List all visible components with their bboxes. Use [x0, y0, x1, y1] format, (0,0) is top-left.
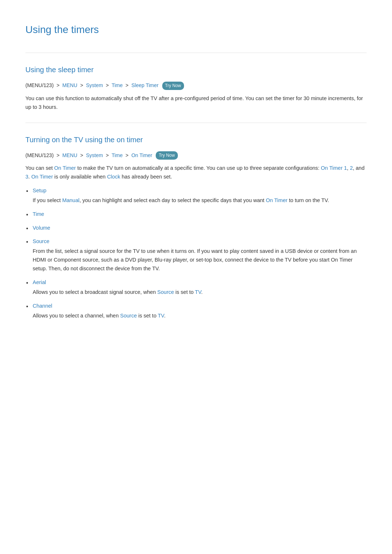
- page-title: Using the timers: [25, 22, 367, 42]
- nav1-time[interactable]: Time: [111, 82, 123, 88]
- divider-2: [25, 123, 367, 123]
- list-item-time: Time: [33, 210, 367, 218]
- intro-clock-link[interactable]: Clock: [107, 174, 120, 180]
- nav2-arrow2: >: [80, 152, 83, 158]
- nav1-part1: (MENU/123): [25, 82, 54, 88]
- section1-nav-path: (MENU/123) > MENU > System > Time > Slee…: [25, 81, 367, 90]
- list-item-volume: Volume: [33, 224, 367, 232]
- intro-on-timer-ref-link[interactable]: On Timer: [31, 174, 53, 180]
- intro-3-link[interactable]: 3: [25, 174, 28, 180]
- nav2-arrow3: >: [106, 152, 109, 158]
- nav1-menu[interactable]: MENU: [62, 82, 77, 88]
- nav2-part1: (MENU/123): [25, 152, 54, 158]
- bullet-desc-source: From the list, select a signal source fo…: [33, 247, 367, 273]
- list-item-source: Source From the list, select a signal so…: [33, 237, 367, 273]
- nav1-arrow1: >: [57, 82, 60, 88]
- setup-on-timer-link[interactable]: On Timer: [266, 197, 287, 203]
- setup-manual-link[interactable]: Manual: [62, 197, 79, 203]
- intro-on-timer-1-link[interactable]: On Timer 1: [321, 165, 347, 171]
- bullet-desc-channel: Allows you to select a channel, when Sou…: [33, 312, 367, 320]
- bullet-label-aerial[interactable]: Aerial: [33, 278, 367, 287]
- nav1-system[interactable]: System: [86, 82, 103, 88]
- aerial-tv-link[interactable]: TV: [195, 289, 201, 295]
- section1-title: Using the sleep timer: [25, 64, 367, 75]
- nav2-arrow4: >: [126, 152, 128, 158]
- nav1-arrow2: >: [80, 82, 83, 88]
- section2-title: Turning on the TV using the on timer: [25, 134, 367, 145]
- list-item-aerial: Aerial Allows you to select a broadcast …: [33, 278, 367, 297]
- list-item-setup: Setup If you select Manual, you can high…: [33, 186, 367, 205]
- bullet-label-channel[interactable]: Channel: [33, 302, 367, 310]
- bullet-label-time[interactable]: Time: [33, 210, 367, 218]
- nav2-on-timer[interactable]: On Timer: [131, 152, 152, 158]
- nav2-menu[interactable]: MENU: [62, 152, 77, 158]
- channel-source-link[interactable]: Source: [120, 313, 137, 319]
- aerial-source-link[interactable]: Source: [157, 289, 174, 295]
- nav1-arrow4: >: [126, 82, 128, 88]
- bullet-label-setup[interactable]: Setup: [33, 186, 367, 195]
- bullet-label-source[interactable]: Source: [33, 237, 367, 246]
- section1-body: You can use this function to automatical…: [25, 94, 367, 112]
- nav1-arrow3: >: [106, 82, 109, 88]
- intro-2-link[interactable]: 2: [350, 165, 353, 171]
- nav1-sleep-timer[interactable]: Sleep Timer: [131, 82, 159, 88]
- nav2-time[interactable]: Time: [111, 152, 123, 158]
- divider-1: [25, 53, 367, 53]
- bullet-list: Setup If you select Manual, you can high…: [33, 186, 367, 320]
- try-now-badge-2[interactable]: Try Now: [156, 151, 177, 160]
- bullet-desc-setup: If you select Manual, you can highlight …: [33, 196, 367, 205]
- nav2-arrow1: >: [57, 152, 60, 158]
- section2-nav-path: (MENU/123) > MENU > System > Time > On T…: [25, 151, 367, 160]
- bullet-label-volume[interactable]: Volume: [33, 224, 367, 232]
- bullet-desc-aerial: Allows you to select a broadcast signal …: [33, 288, 367, 297]
- nav2-system[interactable]: System: [86, 152, 103, 158]
- section2-intro: You can set On Timer to make the TV turn…: [25, 164, 367, 181]
- intro-on-timer-link[interactable]: On Timer: [54, 165, 76, 171]
- channel-tv-link[interactable]: TV: [158, 313, 164, 319]
- try-now-badge-1[interactable]: Try Now: [162, 82, 184, 90]
- list-item-channel: Channel Allows you to select a channel, …: [33, 302, 367, 320]
